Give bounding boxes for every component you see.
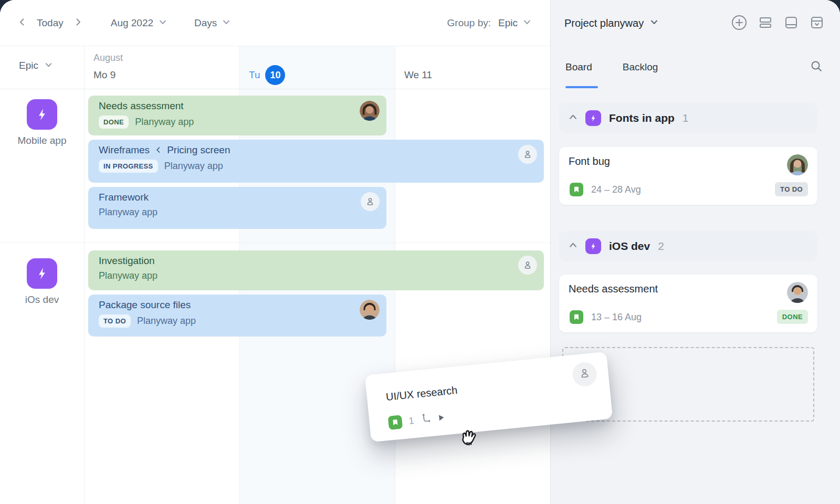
calendar-header: Epic August Mo 9 Tu 10 We 11 xyxy=(0,46,550,89)
day-header-we11[interactable]: We 11 xyxy=(404,69,432,81)
prev-period-button[interactable] xyxy=(15,15,29,31)
project-label: Planyway app xyxy=(135,117,194,128)
person-icon xyxy=(518,256,537,275)
today-day-name: Tu xyxy=(249,69,260,81)
project-title: Project planyway xyxy=(564,17,644,29)
chevron-down-icon xyxy=(222,18,230,28)
chevron-down-icon xyxy=(159,18,167,28)
chevron-up-icon xyxy=(569,241,578,252)
today-date-badge: 10 xyxy=(265,65,285,85)
tab-board[interactable]: Board xyxy=(565,61,592,73)
assign-member-button[interactable] xyxy=(518,256,537,275)
expand-triangle-icon xyxy=(439,413,445,423)
search-icon xyxy=(810,59,823,75)
divider xyxy=(84,46,85,504)
group-by-control: Group by: Epic xyxy=(447,17,531,29)
collapse-panel-button[interactable] xyxy=(810,15,824,32)
avatar xyxy=(787,154,808,175)
scale-dropdown[interactable]: Days xyxy=(194,17,230,29)
assign-member-button[interactable] xyxy=(361,192,380,211)
month-label: August xyxy=(93,52,123,64)
grabbing-hand-cursor xyxy=(455,425,482,455)
assign-member-button[interactable] xyxy=(572,361,598,387)
status-badge: DONE xyxy=(777,310,808,324)
chevron-right-icon xyxy=(74,18,82,28)
task-title: Investigation xyxy=(99,255,536,267)
project-selector[interactable]: Project planyway xyxy=(564,17,658,29)
tab-backlog[interactable]: Backlog xyxy=(623,61,658,73)
card-title: UI/UX research xyxy=(385,384,458,403)
divider xyxy=(0,243,550,243)
active-tab-indicator xyxy=(565,86,598,88)
lightning-icon xyxy=(585,238,601,254)
panel-bottom-icon xyxy=(784,15,799,32)
bookmark-icon xyxy=(570,310,583,324)
linked-task-title: Pricing screen xyxy=(167,144,230,156)
day-header-mo9[interactable]: Mo 9 xyxy=(93,69,116,81)
date-range: 24 – 28 Avg xyxy=(591,184,641,195)
project-label: Planyway app xyxy=(164,161,223,172)
project-label: Planyway app xyxy=(99,207,158,218)
add-task-button[interactable] xyxy=(731,15,747,32)
group-name: Fonts in app xyxy=(609,112,675,124)
board-group-ios-dev[interactable]: iOS dev 2 xyxy=(559,231,817,261)
status-badge: TO DO xyxy=(99,314,131,328)
status-badge: TO DO xyxy=(775,182,808,196)
epic-axis-dropdown[interactable]: Epic xyxy=(19,60,52,71)
group-by-value: Epic xyxy=(498,17,518,29)
planyway-app-window: Today Aug 2022 Days Group by: Epic xyxy=(0,0,840,504)
board-card-font-bug[interactable]: Font bug 24 – 28 Avg TO DO xyxy=(559,147,817,205)
avatar xyxy=(360,101,380,121)
epic-name: Mobile app xyxy=(0,135,84,146)
lightning-icon xyxy=(27,99,57,130)
epic-name: iOs dev xyxy=(0,294,84,306)
chevron-up-icon xyxy=(569,113,578,124)
next-period-button[interactable] xyxy=(71,15,86,31)
avatar xyxy=(787,282,808,303)
epic-axis-label: Epic xyxy=(19,60,38,71)
task-title: Package source files xyxy=(99,299,378,311)
epic-row-mobile-app[interactable]: Mobile app xyxy=(0,99,84,146)
bookmark-icon xyxy=(570,183,583,196)
group-count: 1 xyxy=(682,112,689,124)
rows-view-button[interactable] xyxy=(758,15,773,32)
group-by-dropdown[interactable]: Epic xyxy=(498,17,531,29)
search-button[interactable] xyxy=(810,59,823,75)
person-icon xyxy=(361,192,380,211)
link-chevron-icon xyxy=(155,144,162,156)
bottom-panel-button[interactable] xyxy=(784,15,799,32)
lightning-icon xyxy=(585,110,601,126)
task-card-package-source-files[interactable]: Package source files TO DO Planyway app xyxy=(88,295,386,337)
group-name: iOS dev xyxy=(609,240,650,253)
date-range: 13 – 16 Aug xyxy=(591,312,642,323)
chevron-left-icon xyxy=(18,18,26,28)
avatar xyxy=(360,300,380,320)
chevron-down-icon xyxy=(45,60,52,71)
task-title: Framework xyxy=(99,192,378,203)
project-label: Planyway app xyxy=(137,316,196,327)
person-icon xyxy=(578,366,592,382)
subtasks-icon xyxy=(420,412,433,427)
day-header-tu10[interactable]: Tu 10 xyxy=(249,65,285,85)
task-card-investigation[interactable]: Investigation Planyway app xyxy=(88,250,544,290)
card-title: Needs assessment xyxy=(569,283,808,295)
group-count: 2 xyxy=(658,240,664,253)
panel-tabs: Board Backlog xyxy=(551,46,840,88)
bookmark-icon xyxy=(388,415,403,429)
epic-row-ios-dev[interactable]: iOs dev xyxy=(0,258,84,306)
today-button[interactable]: Today xyxy=(37,17,64,29)
status-badge: DONE xyxy=(99,116,129,129)
task-card-needs-assessment[interactable]: Needs assessment DONE Planyway app xyxy=(88,96,386,135)
card-title: Font bug xyxy=(569,155,808,167)
task-card-wireframes[interactable]: Wireframes Pricing screen IN PROGRESS Pl… xyxy=(88,140,544,183)
status-badge: IN PROGRESS xyxy=(99,160,158,173)
board-card-needs-assessment[interactable]: Needs assessment 13 – 16 Aug DONE xyxy=(559,275,817,332)
panel-dropdown-icon xyxy=(810,15,824,32)
plus-circle-icon xyxy=(731,15,747,32)
board-group-fonts-in-app[interactable]: Fonts in app 1 xyxy=(559,103,817,133)
chevron-down-icon xyxy=(523,18,531,28)
scale-dropdown-value: Days xyxy=(194,17,217,29)
task-card-framework[interactable]: Framework Planyway app xyxy=(88,187,386,229)
assign-member-button[interactable] xyxy=(518,145,537,164)
month-dropdown[interactable]: Aug 2022 xyxy=(111,17,167,29)
